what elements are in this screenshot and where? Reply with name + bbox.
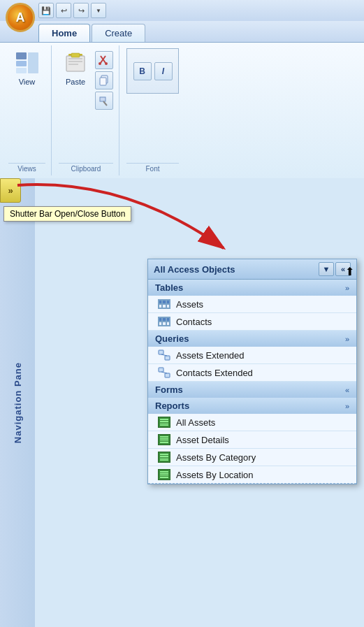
svg-point-13 bbox=[105, 62, 108, 65]
format-painter-button[interactable] bbox=[95, 92, 113, 110]
svg-rect-23 bbox=[165, 373, 170, 377]
list-item[interactable]: Assets By Location bbox=[148, 466, 356, 484]
list-item[interactable]: Assets Extended bbox=[148, 347, 356, 364]
svg-rect-15 bbox=[100, 78, 106, 85]
all-assets-label: All Assets bbox=[176, 417, 215, 428]
forms-section-title: Forms bbox=[155, 384, 183, 395]
office-button[interactable]: A bbox=[6, 3, 35, 32]
ribbon-group-views: View Views bbox=[3, 45, 52, 175]
views-group-label: Views bbox=[8, 163, 45, 173]
all-access-objects-panel: All Access Objects ▼ « ⬆ Tables » Assets bbox=[147, 259, 357, 484]
asset-details-label: Asset Details bbox=[176, 435, 229, 445]
svg-rect-2 bbox=[16, 68, 27, 73]
shutter-bar-area: » bbox=[0, 178, 21, 203]
svg-rect-1 bbox=[16, 61, 27, 66]
assets-by-category-label: Assets By Category bbox=[176, 452, 256, 463]
tables-section-title: Tables bbox=[155, 282, 183, 293]
nav-panel-buttons: ▼ « bbox=[319, 262, 351, 276]
svg-rect-7 bbox=[68, 61, 82, 62]
list-item[interactable]: All Assets bbox=[148, 414, 356, 431]
report-icon bbox=[158, 451, 170, 463]
svg-rect-19 bbox=[159, 350, 163, 354]
ribbon-group-clipboard: Paste bbox=[53, 45, 119, 175]
svg-rect-20 bbox=[165, 356, 170, 360]
save-button[interactable]: 💾 bbox=[38, 3, 54, 18]
query-icon bbox=[158, 349, 170, 361]
reports-section-title: Reports bbox=[155, 401, 189, 411]
shutter-icon: » bbox=[8, 185, 13, 196]
view-button[interactable]: View bbox=[10, 48, 44, 89]
svg-rect-8 bbox=[68, 64, 78, 65]
font-format-box: B I bbox=[126, 48, 179, 94]
reports-chevron: » bbox=[345, 402, 349, 410]
list-item[interactable]: Asset Details bbox=[148, 431, 356, 449]
tables-section-header[interactable]: Tables » bbox=[148, 280, 356, 296]
ribbon-group-font: B I Font bbox=[121, 45, 184, 175]
clipboard-group-label: Clipboard bbox=[59, 163, 113, 173]
qa-dropdown-button[interactable]: ▼ bbox=[91, 3, 106, 18]
svg-point-12 bbox=[99, 62, 101, 65]
svg-rect-16 bbox=[100, 97, 105, 101]
copy-button[interactable] bbox=[95, 71, 113, 89]
italic-button[interactable]: I bbox=[154, 62, 173, 80]
tab-bar: Home Create bbox=[0, 21, 364, 42]
redo-button[interactable]: ↪ bbox=[73, 3, 89, 18]
nav-panel-header: All Access Objects ▼ « ⬆ bbox=[148, 259, 356, 280]
shutter-bar-button[interactable]: » bbox=[0, 178, 21, 203]
tab-home[interactable]: Home bbox=[38, 24, 90, 42]
svg-rect-9 bbox=[71, 53, 80, 57]
query-icon bbox=[158, 366, 170, 379]
ribbon: 💾 ↩ ↪ ▼ A Home Create View bbox=[0, 0, 364, 178]
font-group-label: Font bbox=[126, 163, 179, 173]
svg-rect-3 bbox=[28, 52, 38, 73]
forms-chevron: « bbox=[345, 386, 349, 394]
svg-rect-6 bbox=[68, 58, 82, 59]
tab-create[interactable]: Create bbox=[92, 24, 145, 42]
ribbon-content: View Views bbox=[0, 42, 364, 178]
table-icon bbox=[158, 315, 170, 328]
svg-line-24 bbox=[161, 372, 167, 373]
contacts-extended-label: Contacts Extended bbox=[176, 368, 253, 378]
svg-line-17 bbox=[103, 101, 107, 106]
list-item[interactable]: Assets bbox=[148, 296, 356, 313]
contacts-item-label: Contacts bbox=[176, 317, 212, 327]
list-item[interactable]: Contacts bbox=[148, 313, 356, 331]
assets-extended-label: Assets Extended bbox=[176, 350, 245, 361]
nav-close-button[interactable]: « bbox=[335, 262, 351, 276]
navigation-pane-label: Navigation Pane bbox=[13, 362, 23, 443]
shutter-bar-tooltip: Shutter Bar Open/Close Button bbox=[3, 206, 131, 222]
queries-chevron: » bbox=[345, 335, 349, 343]
svg-line-21 bbox=[161, 354, 167, 356]
report-icon bbox=[158, 468, 170, 481]
assets-item-label: Assets bbox=[176, 299, 203, 310]
table-icon bbox=[158, 298, 170, 310]
report-icon bbox=[158, 416, 170, 428]
queries-section-title: Queries bbox=[155, 333, 189, 344]
list-item[interactable]: Assets By Category bbox=[148, 449, 356, 466]
view-label: View bbox=[19, 78, 36, 86]
assets-by-location-label: Assets By Location bbox=[176, 470, 254, 480]
bold-button[interactable]: B bbox=[133, 62, 152, 80]
forms-section-header[interactable]: Forms « bbox=[148, 382, 356, 398]
report-icon bbox=[158, 433, 170, 446]
paste-button[interactable]: Paste bbox=[59, 48, 92, 89]
svg-rect-0 bbox=[16, 52, 27, 59]
undo-button[interactable]: ↩ bbox=[56, 3, 71, 18]
svg-rect-22 bbox=[159, 368, 163, 372]
paste-label: Paste bbox=[66, 78, 85, 86]
nav-panel-title: All Access Objects bbox=[154, 264, 235, 275]
cut-button[interactable] bbox=[95, 51, 113, 69]
list-item[interactable]: Contacts Extended bbox=[148, 364, 356, 382]
reports-section-header[interactable]: Reports » bbox=[148, 398, 356, 414]
tables-chevron: » bbox=[345, 284, 349, 292]
navigation-pane: Navigation Pane bbox=[0, 178, 35, 627]
nav-dropdown-button[interactable]: ▼ bbox=[319, 262, 334, 276]
queries-section-header[interactable]: Queries » bbox=[148, 331, 356, 347]
